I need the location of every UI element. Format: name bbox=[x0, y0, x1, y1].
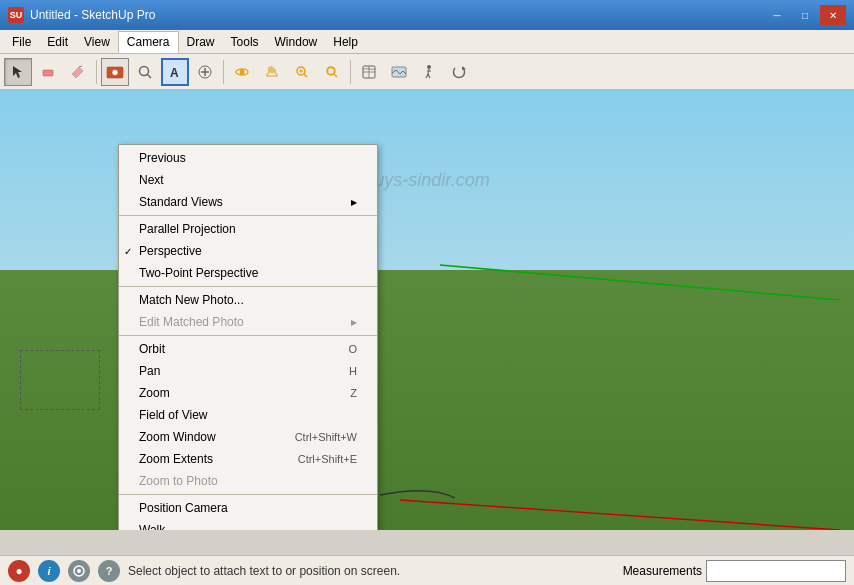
minimize-button[interactable]: ─ bbox=[764, 5, 790, 25]
menu-perspective[interactable]: ✓ Perspective bbox=[119, 240, 377, 262]
svg-line-17 bbox=[334, 74, 337, 77]
toolbar: A bbox=[0, 54, 854, 90]
viewport: buys-sindir.com Previous Next Standard V… bbox=[0, 90, 854, 530]
menu-walk[interactable]: Walk bbox=[119, 519, 377, 530]
search-button[interactable] bbox=[131, 58, 159, 86]
maximize-button[interactable]: □ bbox=[792, 5, 818, 25]
status-icon-warning[interactable]: ● bbox=[8, 560, 30, 582]
zoom-button[interactable] bbox=[288, 58, 316, 86]
toolbar-separator-2 bbox=[223, 60, 224, 84]
menu-section-1: Previous Next Standard Views bbox=[119, 145, 377, 216]
dashed-selection bbox=[20, 350, 100, 410]
measurements-area: Measurements bbox=[623, 560, 846, 582]
menu-position-camera[interactable]: Position Camera bbox=[119, 497, 377, 519]
title-left: SU Untitled - SketchUp Pro bbox=[8, 7, 155, 23]
menu-zoom-window[interactable]: Zoom Window Ctrl+Shift+W bbox=[119, 426, 377, 448]
menu-next[interactable]: Next bbox=[119, 169, 377, 191]
measurements-label: Measurements bbox=[623, 564, 702, 578]
menu-two-point-perspective[interactable]: Two-Point Perspective bbox=[119, 262, 377, 284]
menu-section-5: Position Camera Walk Look Around Image I… bbox=[119, 495, 377, 530]
status-bar: ● i ? Select object to attach text to or… bbox=[0, 555, 854, 585]
svg-rect-18 bbox=[328, 68, 334, 74]
svg-point-11 bbox=[240, 69, 245, 74]
svg-rect-0 bbox=[43, 70, 53, 76]
svg-point-23 bbox=[427, 65, 431, 69]
pan-button[interactable] bbox=[258, 58, 286, 86]
walk-button[interactable] bbox=[415, 58, 443, 86]
menu-standard-views[interactable]: Standard Views bbox=[119, 191, 377, 213]
menu-edit[interactable]: Edit bbox=[39, 32, 76, 52]
status-icon-status[interactable] bbox=[68, 560, 90, 582]
status-icon-info[interactable]: i bbox=[38, 560, 60, 582]
svg-line-5 bbox=[148, 74, 152, 78]
menu-camera[interactable]: Camera bbox=[118, 31, 179, 53]
svg-line-13 bbox=[304, 74, 307, 77]
menu-bar: File Edit View Camera Draw Tools Window … bbox=[0, 30, 854, 54]
menu-previous[interactable]: Previous bbox=[119, 147, 377, 169]
title-text: Untitled - SketchUp Pro bbox=[30, 8, 155, 22]
rotate-button[interactable] bbox=[445, 58, 473, 86]
menu-section-3: Match New Photo... Edit Matched Photo bbox=[119, 287, 377, 336]
status-icon-help[interactable]: ? bbox=[98, 560, 120, 582]
select-tool-button[interactable] bbox=[4, 58, 32, 86]
menu-view[interactable]: View bbox=[76, 32, 118, 52]
camera-dropdown-menu: Previous Next Standard Views Parallel Pr… bbox=[118, 144, 378, 530]
menu-field-of-view[interactable]: Field of View bbox=[119, 404, 377, 426]
toolbar-separator-3 bbox=[350, 60, 351, 84]
zoom-extents-button[interactable] bbox=[318, 58, 346, 86]
geo-button[interactable] bbox=[355, 58, 383, 86]
svg-text:A: A bbox=[170, 66, 179, 80]
svg-line-1 bbox=[79, 66, 82, 67]
menu-help[interactable]: Help bbox=[325, 32, 366, 52]
menu-file[interactable]: File bbox=[4, 32, 39, 52]
menu-zoom-extents[interactable]: Zoom Extents Ctrl+Shift+E bbox=[119, 448, 377, 470]
close-button[interactable]: ✕ bbox=[820, 5, 846, 25]
window-controls: ─ □ ✕ bbox=[764, 5, 846, 25]
menu-orbit[interactable]: Orbit O bbox=[119, 338, 377, 360]
svg-point-28 bbox=[77, 569, 81, 573]
toolbar-separator-1 bbox=[96, 60, 97, 84]
svg-point-4 bbox=[140, 66, 149, 75]
paint-tool-button[interactable] bbox=[64, 58, 92, 86]
status-text: Select object to attach text to or posit… bbox=[128, 564, 615, 578]
title-bar: SU Untitled - SketchUp Pro ─ □ ✕ bbox=[0, 0, 854, 30]
menu-pan[interactable]: Pan H bbox=[119, 360, 377, 382]
component-button[interactable] bbox=[191, 58, 219, 86]
erase-tool-button[interactable] bbox=[34, 58, 62, 86]
menu-match-new-photo[interactable]: Match New Photo... bbox=[119, 289, 377, 311]
menu-draw[interactable]: Draw bbox=[179, 32, 223, 52]
perspective-checkmark: ✓ bbox=[124, 246, 132, 257]
menu-tools[interactable]: Tools bbox=[223, 32, 267, 52]
menu-zoom-to-photo: Zoom to Photo bbox=[119, 470, 377, 492]
app-icon: SU bbox=[8, 7, 24, 23]
menu-section-2: Parallel Projection ✓ Perspective Two-Po… bbox=[119, 216, 377, 287]
photo-match-button[interactable] bbox=[385, 58, 413, 86]
menu-parallel-projection[interactable]: Parallel Projection bbox=[119, 218, 377, 240]
svg-marker-24 bbox=[462, 66, 466, 70]
measurements-input[interactable] bbox=[706, 560, 846, 582]
menu-zoom[interactable]: Zoom Z bbox=[119, 382, 377, 404]
add-photo-button[interactable] bbox=[101, 58, 129, 86]
svg-point-3 bbox=[112, 69, 118, 75]
watermark: buys-sindir.com bbox=[364, 170, 489, 191]
text-tool-button[interactable]: A bbox=[161, 58, 189, 86]
menu-window[interactable]: Window bbox=[267, 32, 326, 52]
menu-section-4: Orbit O Pan H Zoom Z Field of View Zoom … bbox=[119, 336, 377, 495]
orbit-button[interactable] bbox=[228, 58, 256, 86]
menu-edit-matched-photo: Edit Matched Photo bbox=[119, 311, 377, 333]
